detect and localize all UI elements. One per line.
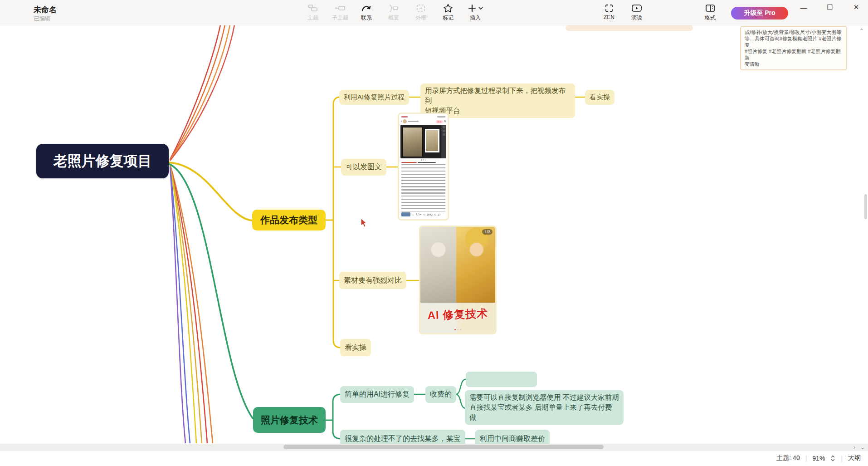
toolbar-item-insert[interactable]: 插入 [461,3,489,22]
toolbar-item-zen[interactable]: ZEN [595,3,623,20]
post-screenshot-card[interactable]: ‹ 关注 ⧉ ♡ 1万+ ☆ 1642 ⊙ 17 [398,113,449,221]
zoom-stepper-icon[interactable] [830,455,835,462]
vertical-scrollbar-thumb[interactable] [864,194,867,219]
restore-compare-card[interactable]: 1/3 AI 修复技术 [419,226,497,334]
avatar [403,119,407,123]
vertical-scroll-down-icon[interactable]: ⌄ [860,445,865,450]
old-photo-right [425,129,439,152]
note-card[interactable]: 成/修补/放大/换背景/修改尺寸/小图变大图等 等…具体可咨询#修复模糊老照片 … [740,26,847,70]
share-icon: ⧉ [444,120,446,123]
node-simple-ai[interactable]: 简单的用AI进行修复 [340,386,414,403]
toolbar-item-present[interactable]: 演说 [623,3,651,22]
document-edit-status: 已编辑 [34,15,50,23]
mini-statusbar [400,115,446,118]
faded-photo [420,227,456,303]
before-after-photos: 1/3 [420,227,495,303]
node-watch-demo-top[interactable]: 看实操 [585,90,614,105]
post-photo [400,125,446,158]
node-video-process[interactable]: 利用AI修复照片过程 [339,90,409,105]
branch-publish-type[interactable]: 作品发布类型 [252,210,326,231]
close-button[interactable]: ✕ [848,0,864,14]
toolbar-item-relationship[interactable]: 联系 [352,3,380,22]
mouse-cursor-icon [361,218,368,228]
page-count-badge: 1/3 [482,229,493,235]
zoom-level[interactable]: 91% [812,455,825,462]
zen-mode-icon [595,3,623,14]
post-body-text [401,164,445,211]
mini-navbar: ‹ 关注 ⧉ [400,118,446,124]
star-collect-icon: ☆ [423,213,425,216]
toolbar-item-subtopic[interactable]: 子主题 [326,3,354,22]
maximize-button[interactable]: ☐ [822,0,838,14]
toolbar-item-format[interactable]: 格式 [696,3,724,22]
minimize-button[interactable]: — [795,0,812,14]
node-image-text[interactable]: 可以发图文 [341,159,386,176]
old-photo-left [402,127,423,157]
node-paid-empty[interactable] [466,372,537,387]
node-paid[interactable]: 收费的 [425,386,456,403]
toolbar-item-summary[interactable]: 概要 [380,3,408,22]
app-window: { "window": { "title": "未命名", "edit_stat… [0,0,868,466]
follow-button: 关注 [436,120,443,123]
post-engagement-row: ♡ 1万+ ☆ 1642 ⊙ 17 [400,212,446,216]
comment-icon: ⊙ [434,213,436,216]
caption-area: AI 修复技术 [420,303,495,333]
node-paid-note[interactable]: 需要可以直接复制浏览器使用 不过建议大家前期 直接找某宝或者某多 后期单量上来了… [465,390,624,425]
play-icon [623,3,651,14]
restore-caption: AI 修复技术 [420,306,495,323]
pagination-dots [420,329,495,330]
horizontal-scrollbar-thumb[interactable] [283,445,604,449]
upgrade-pro-button[interactable]: 升级至 Pro [731,7,788,20]
star-icon [434,3,462,14]
document-title[interactable]: 未命名 [34,5,57,15]
minimize-icon: — [800,4,807,11]
node-contrast[interactable]: 素材要有强烈对比 [339,272,406,289]
status-bar: 主题: 40 | 91% | 大纲 [0,450,868,466]
vertical-scroll-up-icon[interactable]: ⌃ [859,28,864,34]
toolbar-item-marker[interactable]: 标记 [434,3,462,22]
maximize-icon: ☐ [827,3,833,11]
restored-photo [456,227,495,303]
mini-pagination-dots [400,159,446,161]
outline-button[interactable]: 大纲 [848,454,861,462]
close-icon: ✕ [853,3,859,11]
topic-icon [299,3,327,14]
subtopic-icon [326,3,354,14]
plus-icon [468,4,477,13]
node-watch-demo-bottom[interactable]: 看实操 [340,339,371,356]
back-icon: ‹ [401,120,402,123]
horizontal-scrollbar[interactable] [0,444,868,450]
branch-repair-tech[interactable]: 照片修复技术 [253,407,326,433]
post-title-line [400,162,446,164]
app-badge [401,212,410,216]
partial-node-top[interactable] [566,25,693,31]
format-panel-icon [696,3,724,14]
relationship-icon [352,3,380,14]
chevron-down-icon [478,6,483,10]
horizontal-scroll-right-icon[interactable]: › [853,445,855,450]
editor-panel [441,125,446,158]
topic-count: 主题: 40 [776,454,800,462]
toolbar: 未命名 已编辑 主题 子主题 联系 概要 [0,0,868,25]
root-node[interactable]: 老照片修复项目 [36,144,169,178]
toolbar-item-topic[interactable]: 主题 [299,3,327,22]
toolbar-item-outer-frame[interactable]: 外框 [407,3,435,22]
outer-frame-icon [407,3,435,14]
heart-icon: ♡ [412,213,414,216]
summary-icon [380,3,408,14]
